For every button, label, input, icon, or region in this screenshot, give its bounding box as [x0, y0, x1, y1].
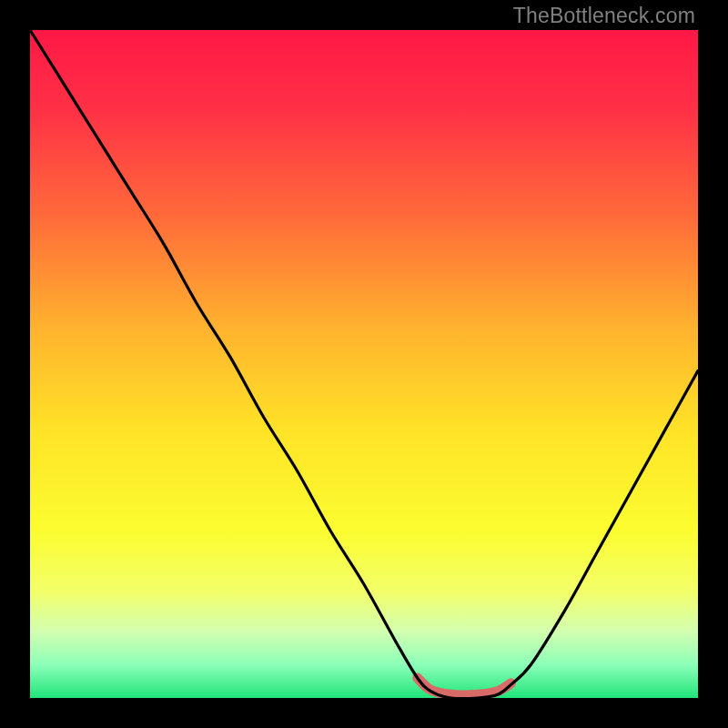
chart-frame: TheBottleneck.com	[0, 0, 728, 728]
watermark-text: TheBottleneck.com	[513, 4, 695, 28]
bottleneck-curve-line	[30, 30, 698, 698]
curve-layer	[30, 30, 698, 698]
plot-area	[30, 30, 698, 698]
